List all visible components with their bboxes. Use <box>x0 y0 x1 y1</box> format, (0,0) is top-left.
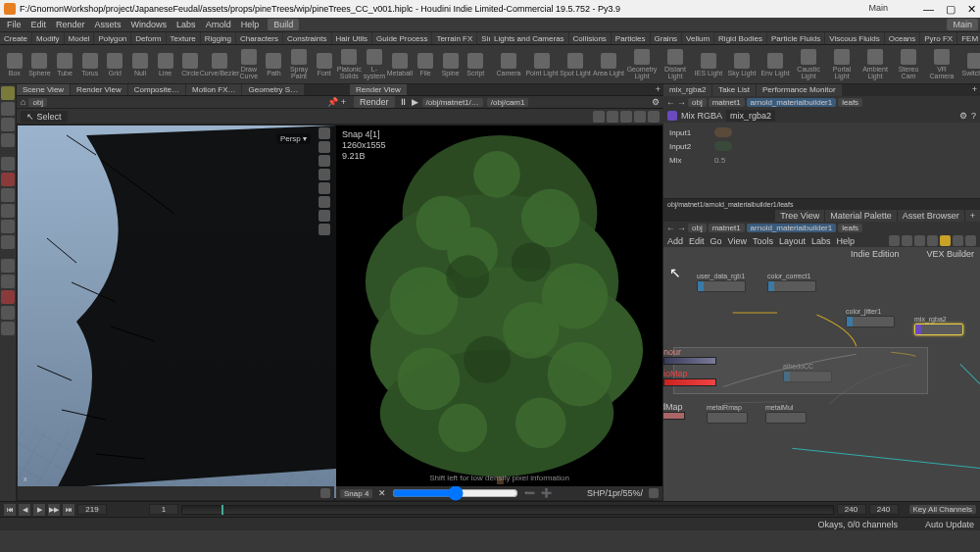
shelf-tool[interactable]: Grid <box>103 53 128 76</box>
maximize-button[interactable]: ▢ <box>946 3 956 16</box>
shelf-tool[interactable]: Platonic Solids <box>337 49 363 79</box>
node-metal-mul[interactable]: metalMul <box>765 404 807 424</box>
menu-assets[interactable]: Assets <box>90 20 126 29</box>
shelf-tab[interactable]: Characters <box>236 32 282 44</box>
tool-snap-icon[interactable] <box>1 259 15 273</box>
shelf-tab[interactable]: Vellum <box>682 32 713 44</box>
node-name-field[interactable]: mix_rgba2 <box>726 110 775 122</box>
shelf-tab[interactable]: Rigging <box>201 32 235 44</box>
menu-file[interactable]: File <box>2 20 26 29</box>
net-menu-view[interactable]: View <box>728 236 747 246</box>
auto-update-toggle[interactable]: Auto Update <box>925 520 974 529</box>
node-user-data[interactable]: user_data_rgb1 <box>697 273 746 292</box>
menu-labs[interactable]: Labs <box>172 20 201 29</box>
tool-icon[interactable] <box>1 133 15 147</box>
viewport-tab[interactable]: Render View <box>71 84 127 95</box>
vp-icon[interactable] <box>318 182 330 194</box>
select-mode-label[interactable]: ↖ Select <box>21 111 68 123</box>
end-frame-field[interactable] <box>837 504 866 515</box>
rv-plus-icon[interactable]: ➕ <box>541 488 552 498</box>
shelf-tool[interactable]: Ambient Light <box>858 49 892 79</box>
shelf-tool[interactable]: Curve/Bezier <box>203 53 236 76</box>
playhead[interactable] <box>221 505 223 515</box>
key-mode-dropdown[interactable]: Key All Channels <box>909 505 976 514</box>
vp-icon[interactable] <box>318 210 330 222</box>
node-color-correct[interactable]: color_correct1 <box>767 273 816 292</box>
gear-icon[interactable]: ⚙ <box>959 111 967 121</box>
pin-icon[interactable]: 📌 <box>327 97 338 107</box>
net-menu-labs[interactable]: Labs <box>811 236 831 246</box>
shelf-tab[interactable]: Simple FX <box>477 32 490 44</box>
timeline-track[interactable] <box>181 505 834 515</box>
home-icon[interactable]: ⌂ <box>21 97 25 107</box>
plus-icon[interactable]: + <box>653 84 663 95</box>
shelf-tab[interactable]: Particles <box>612 32 650 44</box>
tab-parameters[interactable]: mix_rgba2 <box>663 84 711 96</box>
scene-viewport[interactable]: Persp ▾ x <box>17 125 335 501</box>
shelf-tool[interactable]: Sky Light <box>725 53 759 76</box>
help-icon[interactable]: ? <box>971 111 976 121</box>
menu-edit[interactable]: Edit <box>26 20 52 29</box>
tab-take-list[interactable]: Take List <box>712 84 756 96</box>
shelf-tool[interactable]: Point Light <box>525 53 559 76</box>
net-menu-go[interactable]: Go <box>710 236 722 246</box>
shelf-tool[interactable]: Draw Curve <box>236 49 262 79</box>
tool-icon[interactable] <box>1 322 15 335</box>
shelf-tool[interactable]: Null <box>127 53 153 76</box>
path-matnet[interactable]: matnet1 <box>709 98 745 107</box>
shelf-tool[interactable]: Line <box>153 53 178 76</box>
shelf-tool[interactable]: Font <box>312 53 337 76</box>
shelf-tool[interactable]: Torus <box>77 53 103 76</box>
shelf-tool[interactable]: Script <box>463 53 488 76</box>
vp-tool-icon[interactable] <box>620 111 632 123</box>
shelf-tab[interactable]: Pyro FX <box>920 32 956 44</box>
shelf-tool[interactable]: Distant Light <box>659 49 692 79</box>
net-tool-icon[interactable] <box>965 235 976 246</box>
shelf-tab[interactable]: FEM <box>957 32 980 44</box>
shelf-tab[interactable]: Texture <box>167 32 200 44</box>
tool-icon[interactable] <box>1 235 15 249</box>
shelf-tab[interactable]: Constraints <box>283 32 330 44</box>
color-swatch[interactable] <box>714 141 732 151</box>
vp-icon[interactable] <box>318 196 330 208</box>
desktop-build[interactable]: Build <box>268 19 299 30</box>
net-menu-layout[interactable]: Layout <box>779 236 806 246</box>
shelf-tool[interactable]: Camera <box>492 53 525 76</box>
fwd-icon[interactable]: → <box>677 224 686 233</box>
path-obj[interactable]: obj <box>688 98 707 107</box>
net-menu-tools[interactable]: Tools <box>753 236 773 246</box>
tab-asset-browser[interactable]: Asset Browser <box>898 210 964 222</box>
close-button[interactable]: ✕ <box>967 3 976 16</box>
vp-icon[interactable] <box>318 224 330 235</box>
timeline-next-icon[interactable]: ▶▶ <box>48 504 60 516</box>
color-swatch[interactable] <box>714 127 732 137</box>
shelf-tab[interactable]: Rigid Bodies <box>714 32 766 44</box>
rv-prev-icon[interactable]: ✕ <box>378 488 386 498</box>
tool-icon[interactable] <box>1 220 15 233</box>
plus-icon[interactable]: + <box>341 97 346 107</box>
shelf-tab[interactable]: Viscous Fluids <box>825 32 883 44</box>
ramp-iomap[interactable]: ioMap <box>663 369 716 386</box>
fwd-icon[interactable]: → <box>677 98 686 108</box>
shelf-tool[interactable]: Area Light <box>592 53 625 76</box>
shelf-tool[interactable]: Caustic Light <box>792 49 825 79</box>
shelf-tool[interactable]: Box <box>2 53 27 76</box>
vp-tool-icon[interactable] <box>593 111 605 123</box>
start-frame-field[interactable] <box>149 504 178 515</box>
render-cam-path[interactable]: /obj/cam1 <box>487 98 529 107</box>
net-tool-icon[interactable] <box>953 235 963 246</box>
viewport-tab[interactable]: Geometry S… <box>242 84 304 95</box>
shelf-tool[interactable]: Spine <box>438 53 464 76</box>
snapshot-label[interactable]: Snap 4 <box>340 489 372 498</box>
gear-icon[interactable]: ⚙ <box>652 97 660 107</box>
render-rop-path[interactable]: /obj/matnet1/… <box>422 98 483 107</box>
rv-foot-icon[interactable] <box>649 488 659 498</box>
tool-icon[interactable] <box>1 118 15 131</box>
minimize-button[interactable]: — <box>923 3 934 16</box>
shelf-tool[interactable]: Env Light <box>759 53 792 76</box>
shelf-tab[interactable]: Create <box>0 32 31 44</box>
menu-windows[interactable]: Windows <box>126 20 172 29</box>
net-menu-edit[interactable]: Edit <box>689 236 705 246</box>
network-canvas[interactable]: Indie EditionVEX Builder ↖ user_data_rgb… <box>663 247 980 501</box>
shelf-tab[interactable]: Terrain FX <box>432 32 476 44</box>
